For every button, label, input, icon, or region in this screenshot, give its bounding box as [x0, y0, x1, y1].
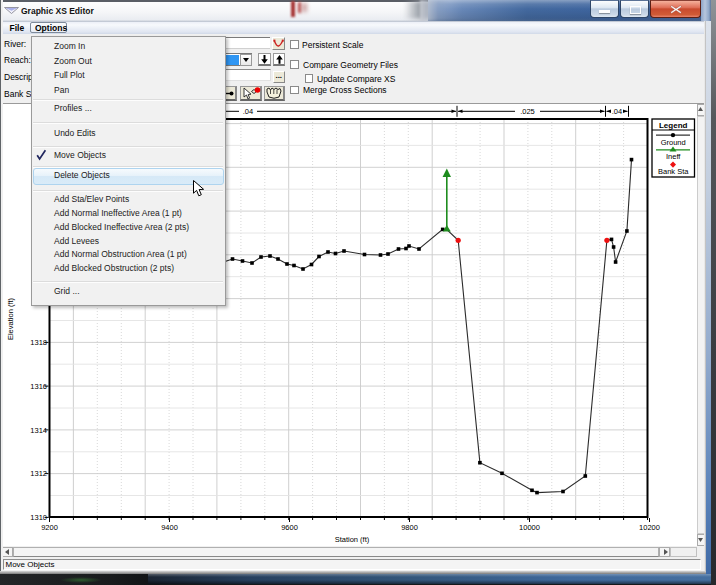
svg-text:1310: 1310 — [30, 513, 47, 522]
svg-text:Ground: Ground — [661, 138, 686, 147]
svg-text:Legend: Legend — [659, 121, 688, 130]
svg-text:9400: 9400 — [161, 523, 178, 532]
svg-text:Bank Sta: Bank Sta — [658, 167, 689, 176]
svg-text:1314: 1314 — [30, 426, 47, 435]
svg-text:9600: 9600 — [281, 523, 298, 532]
svg-text:1312: 1312 — [30, 469, 47, 478]
svg-text:1316: 1316 — [30, 382, 47, 391]
svg-text:.025: .025 — [520, 107, 535, 116]
svg-text:10000: 10000 — [519, 523, 540, 532]
svg-text:9200: 9200 — [41, 523, 58, 532]
svg-text:Elevation (ft): Elevation (ft) — [6, 297, 15, 340]
svg-text:.04: .04 — [612, 107, 622, 116]
svg-text:Ineff: Ineff — [666, 152, 681, 161]
svg-text:9800: 9800 — [401, 523, 418, 532]
svg-text:Station (ft): Station (ft) — [335, 535, 370, 544]
svg-text:1318: 1318 — [30, 338, 47, 347]
svg-text:.04: .04 — [243, 107, 253, 116]
svg-text:10200: 10200 — [639, 523, 660, 532]
